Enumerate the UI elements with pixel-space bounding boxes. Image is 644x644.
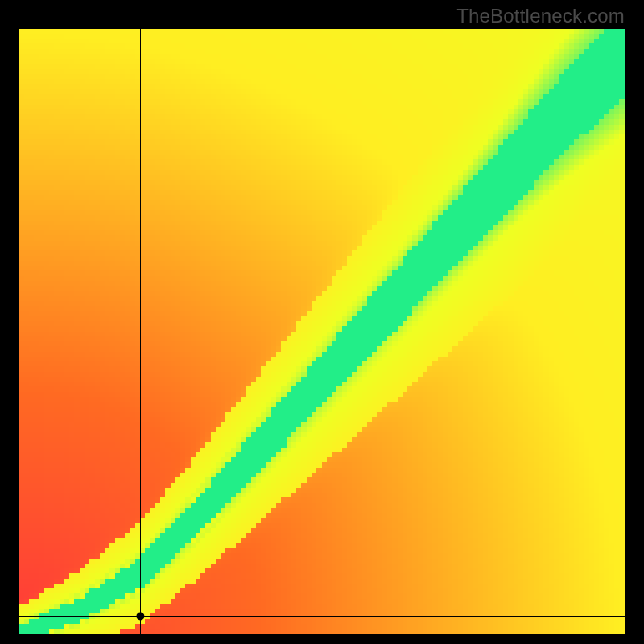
watermark-text: TheBottleneck.com (456, 5, 625, 27)
chart-frame: TheBottleneck.com (0, 0, 644, 644)
heatmap-canvas (19, 29, 625, 634)
